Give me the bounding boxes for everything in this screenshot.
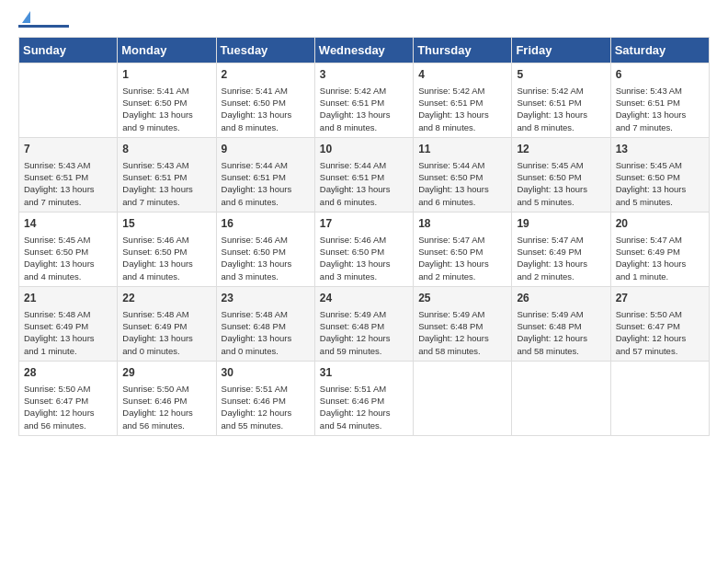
day-info: Sunrise: 5:51 AM Sunset: 6:46 PM Dayligh…	[320, 383, 408, 431]
day-number: 27	[616, 291, 704, 306]
weekday-header-friday: Friday	[512, 38, 610, 63]
calendar-cell: 12Sunrise: 5:45 AM Sunset: 6:50 PM Dayli…	[512, 137, 610, 212]
calendar-cell: 15Sunrise: 5:46 AM Sunset: 6:50 PM Dayli…	[118, 212, 216, 286]
day-info: Sunrise: 5:49 AM Sunset: 6:48 PM Dayligh…	[517, 308, 605, 357]
day-number: 30	[222, 365, 310, 381]
day-info: Sunrise: 5:49 AM Sunset: 6:48 PM Dayligh…	[320, 308, 408, 357]
day-number: 18	[418, 216, 506, 232]
day-number: 24	[320, 291, 408, 306]
calendar-table: SundayMondayTuesdayWednesdayThursdayFrid…	[18, 37, 710, 436]
calendar-cell: 16Sunrise: 5:46 AM Sunset: 6:50 PM Dayli…	[216, 212, 314, 286]
calendar-cell: 21Sunrise: 5:48 AM Sunset: 6:49 PM Dayli…	[19, 286, 118, 361]
day-number: 17	[320, 216, 408, 232]
day-info: Sunrise: 5:45 AM Sunset: 6:50 PM Dayligh…	[517, 159, 605, 208]
calendar-cell: 26Sunrise: 5:49 AM Sunset: 6:48 PM Dayli…	[512, 286, 610, 361]
calendar-cell: 20Sunrise: 5:47 AM Sunset: 6:49 PM Dayli…	[610, 212, 709, 286]
day-info: Sunrise: 5:42 AM Sunset: 6:51 PM Dayligh…	[418, 85, 506, 133]
calendar-cell: 27Sunrise: 5:50 AM Sunset: 6:47 PM Dayli…	[610, 286, 709, 361]
calendar-cell: 5Sunrise: 5:42 AM Sunset: 6:51 PM Daylig…	[512, 63, 610, 138]
day-number: 4	[418, 67, 506, 83]
calendar-cell: 11Sunrise: 5:44 AM Sunset: 6:50 PM Dayli…	[414, 137, 512, 212]
day-number: 23	[222, 291, 310, 306]
day-number: 20	[616, 216, 704, 232]
calendar-cell: 24Sunrise: 5:49 AM Sunset: 6:48 PM Dayli…	[314, 286, 413, 361]
calendar-cell: 22Sunrise: 5:48 AM Sunset: 6:49 PM Dayli…	[118, 286, 216, 361]
day-info: Sunrise: 5:44 AM Sunset: 6:51 PM Dayligh…	[320, 159, 408, 208]
day-number: 13	[616, 142, 704, 157]
calendar-cell: 8Sunrise: 5:43 AM Sunset: 6:51 PM Daylig…	[118, 137, 216, 212]
day-info: Sunrise: 5:48 AM Sunset: 6:49 PM Dayligh…	[24, 308, 112, 357]
day-number: 15	[122, 216, 210, 232]
calendar-cell: 19Sunrise: 5:47 AM Sunset: 6:49 PM Dayli…	[512, 212, 610, 286]
weekday-header-monday: Monday	[118, 38, 216, 63]
day-info: Sunrise: 5:51 AM Sunset: 6:46 PM Dayligh…	[222, 383, 310, 431]
day-info: Sunrise: 5:43 AM Sunset: 6:51 PM Dayligh…	[24, 159, 112, 208]
week-row-1: 1Sunrise: 5:41 AM Sunset: 6:50 PM Daylig…	[19, 63, 710, 138]
calendar-cell: 14Sunrise: 5:45 AM Sunset: 6:50 PM Dayli…	[19, 212, 118, 286]
calendar-cell	[414, 361, 512, 435]
calendar-cell: 7Sunrise: 5:43 AM Sunset: 6:51 PM Daylig…	[19, 137, 118, 212]
calendar-cell: 9Sunrise: 5:44 AM Sunset: 6:51 PM Daylig…	[216, 137, 314, 212]
day-number: 21	[24, 291, 112, 306]
day-info: Sunrise: 5:42 AM Sunset: 6:51 PM Dayligh…	[320, 85, 408, 133]
calendar-cell: 18Sunrise: 5:47 AM Sunset: 6:50 PM Dayli…	[414, 212, 512, 286]
calendar-cell: 29Sunrise: 5:50 AM Sunset: 6:46 PM Dayli…	[118, 361, 216, 435]
day-info: Sunrise: 5:44 AM Sunset: 6:50 PM Dayligh…	[418, 159, 506, 208]
day-number: 6	[616, 67, 704, 83]
day-number: 11	[418, 142, 506, 157]
day-info: Sunrise: 5:48 AM Sunset: 6:49 PM Dayligh…	[122, 308, 210, 357]
calendar-cell: 13Sunrise: 5:45 AM Sunset: 6:50 PM Dayli…	[610, 137, 709, 212]
day-info: Sunrise: 5:46 AM Sunset: 6:50 PM Dayligh…	[222, 234, 310, 282]
day-number: 2	[222, 67, 310, 83]
calendar-cell: 3Sunrise: 5:42 AM Sunset: 6:51 PM Daylig…	[314, 63, 413, 138]
day-info: Sunrise: 5:43 AM Sunset: 6:51 PM Dayligh…	[122, 159, 210, 208]
calendar-cell	[610, 361, 709, 435]
calendar-cell: 28Sunrise: 5:50 AM Sunset: 6:47 PM Dayli…	[19, 361, 118, 435]
day-info: Sunrise: 5:47 AM Sunset: 6:49 PM Dayligh…	[616, 234, 704, 282]
calendar-cell	[19, 63, 118, 138]
day-number: 8	[122, 142, 210, 157]
week-row-4: 21Sunrise: 5:48 AM Sunset: 6:49 PM Dayli…	[19, 286, 710, 361]
weekday-header-thursday: Thursday	[414, 38, 512, 63]
day-number: 3	[320, 67, 408, 83]
day-number: 28	[24, 365, 112, 381]
week-row-3: 14Sunrise: 5:45 AM Sunset: 6:50 PM Dayli…	[19, 212, 710, 286]
calendar-cell: 10Sunrise: 5:44 AM Sunset: 6:51 PM Dayli…	[314, 137, 413, 212]
day-number: 12	[517, 142, 605, 157]
calendar-cell: 6Sunrise: 5:43 AM Sunset: 6:51 PM Daylig…	[610, 63, 709, 138]
day-number: 1	[122, 67, 210, 83]
day-info: Sunrise: 5:41 AM Sunset: 6:50 PM Dayligh…	[222, 85, 310, 133]
calendar-cell: 25Sunrise: 5:49 AM Sunset: 6:48 PM Dayli…	[414, 286, 512, 361]
day-info: Sunrise: 5:44 AM Sunset: 6:51 PM Dayligh…	[222, 159, 310, 208]
weekday-header-sunday: Sunday	[19, 38, 118, 63]
calendar-cell: 2Sunrise: 5:41 AM Sunset: 6:50 PM Daylig…	[216, 63, 314, 138]
day-info: Sunrise: 5:47 AM Sunset: 6:49 PM Dayligh…	[517, 234, 605, 282]
day-info: Sunrise: 5:42 AM Sunset: 6:51 PM Dayligh…	[517, 85, 605, 133]
week-row-5: 28Sunrise: 5:50 AM Sunset: 6:47 PM Dayli…	[19, 361, 710, 435]
day-number: 19	[517, 216, 605, 232]
logo	[18, 18, 69, 28]
day-number: 29	[122, 365, 210, 381]
week-row-2: 7Sunrise: 5:43 AM Sunset: 6:51 PM Daylig…	[19, 137, 710, 212]
day-number: 14	[24, 216, 112, 232]
weekday-header-saturday: Saturday	[610, 38, 709, 63]
day-info: Sunrise: 5:50 AM Sunset: 6:46 PM Dayligh…	[122, 383, 210, 431]
day-info: Sunrise: 5:47 AM Sunset: 6:50 PM Dayligh…	[418, 234, 506, 282]
day-number: 10	[320, 142, 408, 157]
day-info: Sunrise: 5:50 AM Sunset: 6:47 PM Dayligh…	[24, 383, 112, 431]
day-number: 7	[24, 142, 112, 157]
calendar-cell	[512, 361, 610, 435]
calendar-cell: 31Sunrise: 5:51 AM Sunset: 6:46 PM Dayli…	[314, 361, 413, 435]
day-info: Sunrise: 5:45 AM Sunset: 6:50 PM Dayligh…	[24, 234, 112, 282]
calendar-cell: 4Sunrise: 5:42 AM Sunset: 6:51 PM Daylig…	[414, 63, 512, 138]
day-number: 31	[320, 365, 408, 381]
day-info: Sunrise: 5:46 AM Sunset: 6:50 PM Dayligh…	[320, 234, 408, 282]
day-info: Sunrise: 5:48 AM Sunset: 6:48 PM Dayligh…	[222, 308, 310, 357]
page-header	[18, 18, 710, 28]
day-number: 26	[517, 291, 605, 306]
weekday-header-wednesday: Wednesday	[314, 38, 413, 63]
day-info: Sunrise: 5:43 AM Sunset: 6:51 PM Dayligh…	[616, 85, 704, 133]
day-info: Sunrise: 5:46 AM Sunset: 6:50 PM Dayligh…	[122, 234, 210, 282]
calendar-cell: 30Sunrise: 5:51 AM Sunset: 6:46 PM Dayli…	[216, 361, 314, 435]
day-number: 5	[517, 67, 605, 83]
